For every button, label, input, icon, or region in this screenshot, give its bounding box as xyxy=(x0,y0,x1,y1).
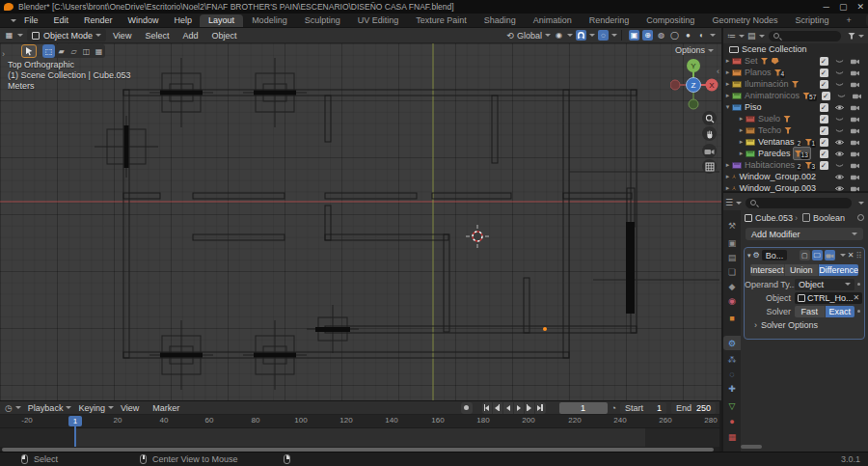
outliner-search-input[interactable] xyxy=(769,31,841,41)
solver-exact-button[interactable]: Exact xyxy=(826,306,855,317)
selectable-checkbox[interactable] xyxy=(820,69,828,77)
pan-button[interactable] xyxy=(702,126,717,141)
hide-eye-toggle[interactable] xyxy=(831,184,847,193)
tab-physics[interactable]: ◌ xyxy=(723,367,741,381)
play-reverse-button[interactable] xyxy=(503,402,514,414)
realtime-display-toggle[interactable]: 🖵 xyxy=(812,250,823,260)
tab-particles[interactable]: ⁂ xyxy=(723,352,741,367)
menu-file[interactable]: File xyxy=(16,15,46,25)
tab-scripting[interactable]: Scripting xyxy=(786,14,837,27)
tab-animation[interactable]: Animation xyxy=(525,14,581,27)
tab-compositing[interactable]: Compositing xyxy=(637,14,703,27)
menu-add[interactable]: Add xyxy=(176,31,204,41)
orientation-dropdown[interactable]: ⟲Global xyxy=(506,31,551,41)
outliner-row-iluminacion[interactable]: ▸ Iluminación xyxy=(723,78,868,90)
selectable-checkbox[interactable] xyxy=(820,150,828,158)
union-button[interactable]: Union xyxy=(785,264,820,276)
display-mode-icon[interactable]: ≔ xyxy=(727,31,736,41)
render-visibility-toggle[interactable] xyxy=(847,115,862,123)
auto-keying-button[interactable] xyxy=(461,402,473,414)
hide-eye-toggle[interactable] xyxy=(833,92,849,100)
menu-object[interactable]: Object xyxy=(204,31,243,41)
outliner-row-techo[interactable]: ▸ Techo xyxy=(723,124,868,136)
outliner-row-animatronicos[interactable]: ▸ Animatronicos 57 xyxy=(723,90,868,101)
menu-view[interactable]: View xyxy=(114,403,146,413)
menu-help[interactable]: Help xyxy=(167,15,201,25)
tab-shading[interactable]: Shading xyxy=(475,14,525,27)
tab-modifiers[interactable]: ⚙ xyxy=(723,336,741,350)
close-button[interactable]: ✕ xyxy=(856,2,864,12)
render-display-toggle[interactable] xyxy=(825,250,835,260)
selectable-checkbox[interactable] xyxy=(820,103,828,112)
timeline-ruler[interactable]: -20 20 40 60 80 100 120 140 160 180 200 … xyxy=(0,415,719,428)
hide-eye-toggle[interactable] xyxy=(831,126,847,135)
modifier-name-field[interactable]: Bo... xyxy=(762,250,788,260)
clear-object-icon[interactable]: ✕ xyxy=(854,293,860,302)
hide-eye-toggle[interactable] xyxy=(831,57,847,66)
tab-object-data[interactable]: ▽ xyxy=(723,398,741,413)
editor-type-icon[interactable]: ▦ xyxy=(4,30,14,41)
outliner-row-window-group-003[interactable]: ▸ Window_Group.003 xyxy=(723,182,868,194)
hide-eye-toggle[interactable] xyxy=(831,138,847,147)
xray-toggle-icon[interactable]: ◍ xyxy=(656,30,666,41)
selectable-checkbox[interactable] xyxy=(820,115,828,123)
menu-edit[interactable]: Edit xyxy=(46,15,77,25)
gizmo-toggle-icon[interactable]: ▣ xyxy=(629,30,639,41)
perspective-toggle-button[interactable] xyxy=(702,159,717,174)
render-visibility-toggle[interactable] xyxy=(847,173,862,181)
editor-type-icon[interactable]: ◷ xyxy=(5,403,13,413)
tab-uv-editing[interactable]: UV Editing xyxy=(349,14,408,27)
prev-keyframe-button[interactable] xyxy=(493,402,503,414)
navigation-gizmo[interactable]: Y X Z xyxy=(670,53,719,115)
properties-editor-icon[interactable]: ☰ xyxy=(725,198,733,207)
tab-scene[interactable]: ◆ xyxy=(723,279,741,293)
render-visibility-toggle[interactable] xyxy=(847,57,862,66)
tab-sculpting[interactable]: Sculpting xyxy=(296,14,349,27)
selectable-checkbox[interactable] xyxy=(822,92,830,100)
solver-options-row[interactable]: › Solver Options xyxy=(754,318,860,331)
tab-object[interactable]: ■ xyxy=(723,311,741,325)
outliner-row-scene-collection[interactable]: Scene Collection xyxy=(723,43,868,55)
play-button[interactable] xyxy=(514,402,525,414)
menu-keying[interactable]: Keying xyxy=(71,403,112,413)
hide-eye-toggle[interactable] xyxy=(831,173,847,181)
shading-solid-icon[interactable]: ● xyxy=(683,30,693,41)
menu-playback[interactable]: Playback xyxy=(21,403,70,413)
shading-wireframe-icon[interactable]: ◯ xyxy=(669,30,680,41)
select-box-invert-button[interactable]: ◫ xyxy=(80,44,93,58)
hide-eye-toggle[interactable] xyxy=(831,80,847,89)
tab-texture[interactable]: ▦ xyxy=(723,429,741,444)
tab-render[interactable]: ▣ xyxy=(723,235,741,250)
camera-view-button[interactable] xyxy=(702,144,717,158)
properties-scrollbar[interactable] xyxy=(741,445,762,449)
render-visibility-toggle[interactable] xyxy=(847,80,862,89)
minimize-button[interactable]: ─ xyxy=(824,2,829,12)
object-picker-field[interactable]: CTRL_Ho... ✕ xyxy=(795,292,862,304)
zoom-button[interactable] xyxy=(702,111,717,125)
render-visibility-toggle[interactable] xyxy=(847,126,862,135)
select-box-intersect-button[interactable]: ▦ xyxy=(93,44,105,58)
menu-marker[interactable]: Marker xyxy=(146,403,186,413)
render-visibility-toggle[interactable] xyxy=(847,161,862,170)
frame-end-field[interactable]: End 250 xyxy=(671,402,716,414)
timeline-body[interactable]: -20 20 40 60 80 100 120 140 160 180 200 … xyxy=(0,415,719,447)
render-visibility-toggle[interactable] xyxy=(847,69,862,77)
tab-modeling[interactable]: Modeling xyxy=(243,14,296,27)
tab-rendering[interactable]: Rendering xyxy=(581,14,638,27)
render-visibility-toggle[interactable] xyxy=(847,103,862,112)
tab-output[interactable]: ▤ xyxy=(723,250,741,264)
render-visibility-toggle[interactable] xyxy=(847,150,862,158)
selectable-checkbox[interactable] xyxy=(820,138,828,147)
viewport-canvas[interactable]: Top Orthographic (1) Scene Collection | … xyxy=(0,43,721,400)
select-box-subtract-button[interactable]: ▱ xyxy=(68,44,80,58)
collapse-arrow[interactable]: ▾ xyxy=(747,252,751,260)
tab-geometry-nodes[interactable]: Geometry Nodes xyxy=(703,14,786,27)
toolbar-expand-arrow[interactable]: › xyxy=(2,49,5,59)
render-visibility-toggle[interactable] xyxy=(847,138,862,147)
next-keyframe-button[interactable] xyxy=(525,402,535,414)
menu-render[interactable]: Render xyxy=(76,15,121,25)
delete-modifier-button[interactable]: ✕ xyxy=(848,251,854,260)
tab-constraints[interactable]: ✚ xyxy=(723,381,741,396)
breadcrumb-object[interactable]: Cube.053 xyxy=(755,213,793,223)
selectable-checkbox[interactable] xyxy=(820,57,828,66)
